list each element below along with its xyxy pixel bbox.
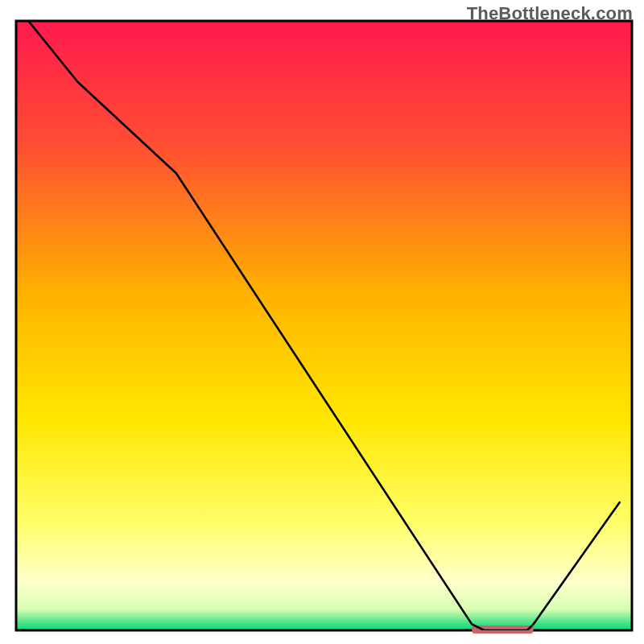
gradient-background xyxy=(16,21,632,630)
bottleneck-chart xyxy=(0,0,644,644)
watermark-text: TheBottleneck.com xyxy=(467,3,633,24)
chart-container: TheBottleneck.com xyxy=(0,0,644,644)
